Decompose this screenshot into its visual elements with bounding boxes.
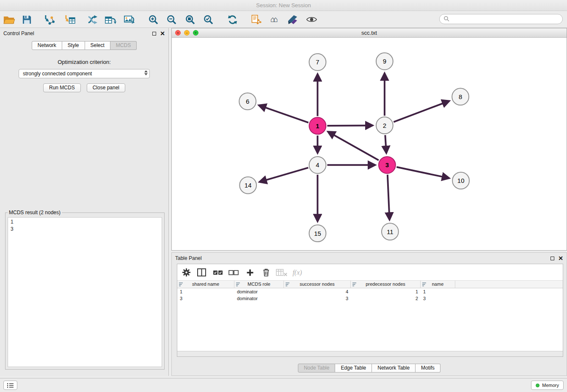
float-table-panel-icon[interactable] [550, 257, 554, 260]
sort-hierarchy-icon [422, 282, 427, 289]
graph-edge-3-11[interactable] [388, 175, 389, 213]
column-header-label: shared name [192, 282, 219, 287]
svg-text:1: 1 [316, 122, 319, 130]
select-stepper-icon [144, 70, 148, 75]
table-tab-network-table[interactable]: Network Table [372, 364, 416, 373]
clone-network-icon[interactable] [103, 13, 118, 26]
column-header-predecessor-nodes[interactable]: predecessor nodes [351, 281, 421, 288]
graph-node-2[interactable]: 2 [376, 117, 393, 134]
network-window-titlebar[interactable]: × − + scc.txt [172, 28, 567, 38]
table-tab-node-table[interactable]: Node Table [298, 364, 336, 373]
table-cell[interactable]: 1 [351, 288, 421, 295]
graph-edge-2-8[interactable] [394, 103, 443, 122]
graph-node-3[interactable]: 3 [379, 157, 396, 174]
graph-node-14[interactable]: 14 [239, 177, 256, 194]
graph-edge-1-6[interactable] [265, 108, 308, 122]
graph-edge-3-10[interactable] [396, 167, 442, 177]
column-header-successor-nodes[interactable]: successor nodes [284, 281, 351, 288]
column-header-name[interactable]: name [421, 281, 455, 288]
column-header-MCDS-role[interactable]: MCDS role [234, 281, 284, 288]
svg-text:15: 15 [314, 230, 321, 237]
memory-button[interactable]: Memory [531, 381, 564, 390]
add-icon[interactable] [244, 267, 256, 278]
table-cell[interactable]: 3 [177, 295, 234, 302]
float-panel-icon[interactable] [152, 32, 156, 36]
zoom-selected-icon[interactable] [201, 13, 215, 26]
optimization-criterion-select[interactable]: strongly connected component [19, 69, 150, 78]
document-share-icon[interactable] [249, 13, 263, 26]
table-toolbar: f(x) [177, 264, 563, 280]
graph-edge-1-2[interactable] [327, 125, 366, 126]
graph-node-1[interactable]: 1 [309, 117, 326, 134]
search-input[interactable] [451, 16, 559, 22]
open-session-icon[interactable] [2, 13, 16, 26]
table-cell[interactable]: 3 [421, 295, 455, 302]
refresh-layout-icon[interactable] [225, 13, 239, 26]
column-header-label: name [432, 282, 444, 287]
function-builder-icon[interactable]: f(x) [292, 267, 303, 278]
close-table-panel-icon[interactable]: ✕ [558, 256, 563, 260]
table-horizontal-scrollbar[interactable] [177, 351, 563, 356]
run-mcds-button[interactable]: Run MCDS [43, 83, 81, 92]
table-cell[interactable]: dominator [234, 295, 284, 302]
task-history-button[interactable] [3, 381, 17, 390]
home-icon[interactable]: ⌂⌂ [267, 13, 281, 26]
table-row[interactable]: 3dominator323 [177, 295, 563, 302]
maximize-window-icon[interactable]: + [193, 30, 198, 36]
window-titlebar[interactable]: Session: New Session [0, 0, 567, 11]
mcds-result-list[interactable]: 13 [8, 217, 162, 367]
import-table-icon[interactable] [63, 13, 77, 26]
close-window-icon[interactable]: × [175, 30, 181, 36]
close-panel-icon[interactable]: ✕ [160, 31, 165, 36]
graph-node-9[interactable]: 9 [376, 53, 393, 70]
graph-node-4[interactable]: 4 [309, 157, 326, 174]
table-rows: 1dominator4113dominator323 [177, 288, 563, 302]
network-canvas[interactable]: 7968124314101511 [172, 38, 567, 250]
table-cell[interactable]: dominator [234, 288, 284, 295]
table-tab-edge-table[interactable]: Edge Table [335, 364, 372, 373]
graph-node-15[interactable]: 15 [309, 225, 326, 242]
column-layout-icon[interactable] [196, 267, 207, 278]
deselect-all-icon[interactable] [228, 267, 239, 278]
close-panel-button[interactable]: Close panel [87, 83, 125, 92]
control-tab-select[interactable]: Select [85, 41, 110, 50]
select-all-icon[interactable] [212, 267, 223, 278]
zoom-in-icon[interactable] [146, 13, 160, 26]
table-row[interactable]: 1dominator411 [177, 288, 563, 295]
import-network-icon[interactable] [42, 13, 57, 26]
graph-node-8[interactable]: 8 [452, 88, 469, 105]
control-tab-mcds[interactable]: MCDS [110, 41, 137, 50]
style-icon[interactable] [285, 13, 300, 26]
settings-gear-icon[interactable] [181, 267, 192, 278]
zoom-fit-icon[interactable] [183, 13, 197, 26]
delete-icon[interactable] [260, 267, 272, 278]
zoom-out-icon[interactable] [164, 13, 179, 26]
table-tab-motifs[interactable]: Motifs [416, 364, 440, 373]
column-header-shared-name[interactable]: shared name [177, 281, 234, 288]
graph-node-7[interactable]: 7 [309, 54, 326, 71]
table-cell[interactable]: 1 [177, 288, 234, 295]
delete-table-icon[interactable] [276, 267, 287, 278]
search-field[interactable] [439, 14, 563, 24]
graph-node-6[interactable]: 6 [239, 93, 256, 110]
table-cell[interactable]: 1 [421, 288, 455, 295]
export-image-icon[interactable] [122, 13, 136, 26]
control-panel-header: Control Panel ✕ [0, 28, 168, 39]
graph-edge-2-3[interactable] [385, 135, 386, 146]
graph-edge-3-1[interactable] [334, 135, 379, 160]
svg-text:14: 14 [245, 182, 252, 189]
table-cell[interactable]: 2 [351, 295, 421, 302]
eye-icon[interactable] [304, 13, 319, 26]
graph-node-10[interactable]: 10 [452, 172, 469, 189]
column-header-label: MCDS role [248, 282, 270, 287]
control-tab-network[interactable]: Network [32, 41, 62, 50]
table-cell[interactable]: 3 [284, 295, 351, 302]
graph-node-11[interactable]: 11 [382, 223, 399, 240]
new-network-icon[interactable] [85, 13, 99, 26]
graph-edge-4-14[interactable] [266, 168, 308, 180]
save-session-icon[interactable] [19, 13, 34, 26]
minimize-window-icon[interactable]: − [184, 30, 190, 36]
memory-label: Memory [542, 383, 559, 388]
control-tab-style[interactable]: Style [62, 41, 85, 50]
table-cell[interactable]: 4 [284, 288, 351, 295]
